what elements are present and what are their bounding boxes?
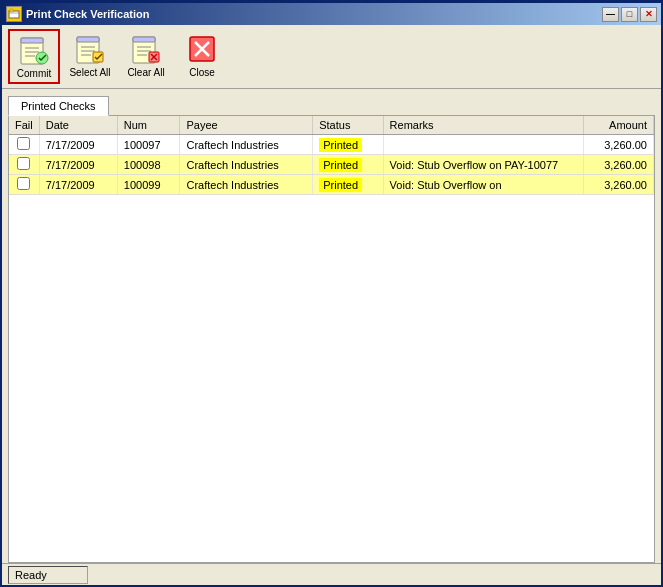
close-button[interactable]: Close xyxy=(176,29,228,82)
commit-label: Commit xyxy=(17,68,51,79)
table-header-row: Fail Date Num Payee Status Remarks Amoun… xyxy=(9,116,654,135)
toolbar: Commit Select All xyxy=(2,25,661,89)
checks-table: Fail Date Num Payee Status Remarks Amoun… xyxy=(9,116,654,195)
fail-checkbox[interactable] xyxy=(17,137,30,150)
date-cell: 7/17/2009 xyxy=(39,135,117,155)
table-row: 7/17/2009100099Craftech IndustriesPrinte… xyxy=(9,175,654,195)
status-badge: Printed xyxy=(319,158,362,172)
content-area: Fail Date Num Payee Status Remarks Amoun… xyxy=(8,115,655,563)
amount-cell: 3,260.00 xyxy=(583,175,653,195)
col-remarks: Remarks xyxy=(383,116,583,135)
status-cell: Printed xyxy=(313,175,383,195)
fail-cell xyxy=(9,175,39,195)
status-bar: Ready xyxy=(2,563,661,585)
col-num: Num xyxy=(117,116,180,135)
payee-cell: Craftech Industries xyxy=(180,175,313,195)
payee-cell: Craftech Industries xyxy=(180,155,313,175)
status-badge: Printed xyxy=(319,138,362,152)
col-amount: Amount xyxy=(583,116,653,135)
svg-rect-16 xyxy=(133,37,155,42)
main-window: Print Check Verification — □ ✕ Commit xyxy=(0,0,663,587)
col-payee: Payee xyxy=(180,116,313,135)
tab-printed-checks[interactable]: Printed Checks xyxy=(8,96,109,116)
remarks-cell: Void: Stub Overflow on PAY-10077 xyxy=(383,155,583,175)
num-cell: 100099 xyxy=(117,175,180,195)
fail-checkbox[interactable] xyxy=(17,157,30,170)
select-all-label: Select All xyxy=(69,67,110,78)
title-bar: Print Check Verification — □ ✕ xyxy=(2,3,661,25)
select-all-button[interactable]: Select All xyxy=(64,29,116,82)
fail-cell xyxy=(9,155,39,175)
clear-all-label: Clear All xyxy=(127,67,164,78)
commit-button[interactable]: Commit xyxy=(8,29,60,84)
status-text: Ready xyxy=(8,566,88,584)
window-controls: — □ ✕ xyxy=(602,7,657,22)
svg-rect-1 xyxy=(10,9,13,12)
table-row: 7/17/2009100098Craftech IndustriesPrinte… xyxy=(9,155,654,175)
amount-cell: 3,260.00 xyxy=(583,155,653,175)
title-text: Print Check Verification xyxy=(26,8,149,20)
status-cell: Printed xyxy=(313,135,383,155)
svg-rect-10 xyxy=(77,37,99,42)
close-icon xyxy=(186,33,218,65)
clear-all-icon xyxy=(130,33,162,65)
col-fail: Fail xyxy=(9,116,39,135)
col-status: Status xyxy=(313,116,383,135)
tab-area: Printed Checks xyxy=(2,89,661,115)
fail-cell xyxy=(9,135,39,155)
num-cell: 100097 xyxy=(117,135,180,155)
maximize-button[interactable]: □ xyxy=(621,7,638,22)
num-cell: 100098 xyxy=(117,155,180,175)
remarks-cell: Void: Stub Overflow on xyxy=(383,175,583,195)
minimize-button[interactable]: — xyxy=(602,7,619,22)
clear-all-button[interactable]: Clear All xyxy=(120,29,172,82)
date-cell: 7/17/2009 xyxy=(39,155,117,175)
close-window-button[interactable]: ✕ xyxy=(640,7,657,22)
table-container: Fail Date Num Payee Status Remarks Amoun… xyxy=(9,116,654,562)
amount-cell: 3,260.00 xyxy=(583,135,653,155)
date-cell: 7/17/2009 xyxy=(39,175,117,195)
status-cell: Printed xyxy=(313,155,383,175)
commit-icon xyxy=(18,34,50,66)
remarks-cell xyxy=(383,135,583,155)
col-date: Date xyxy=(39,116,117,135)
close-label: Close xyxy=(189,67,215,78)
window-icon xyxy=(6,6,22,22)
payee-cell: Craftech Industries xyxy=(180,135,313,155)
table-row: 7/17/2009100097Craftech IndustriesPrinte… xyxy=(9,135,654,155)
fail-checkbox[interactable] xyxy=(17,177,30,190)
select-all-icon xyxy=(74,33,106,65)
status-badge: Printed xyxy=(319,178,362,192)
svg-rect-4 xyxy=(21,38,43,43)
